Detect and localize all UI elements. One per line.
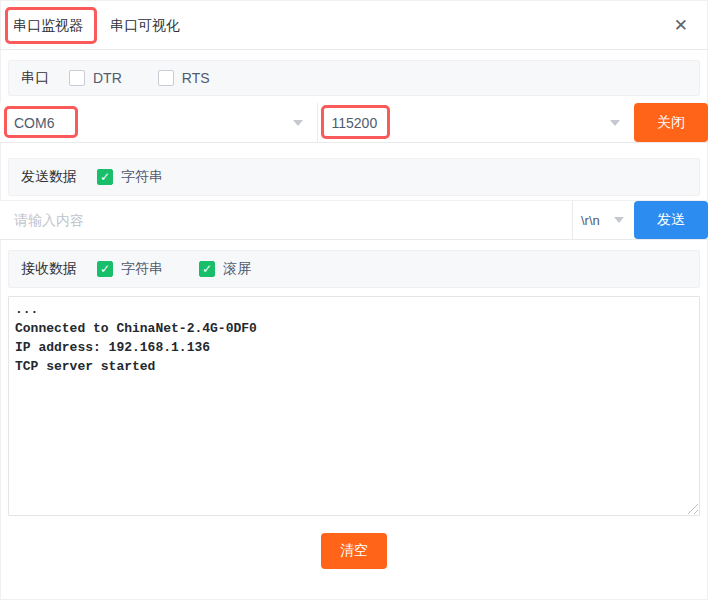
- chevron-down-icon: [614, 217, 624, 223]
- serial-output-area[interactable]: ... Connected to ChinaNet-2.4G-0DF0 IP a…: [8, 296, 700, 516]
- tab-serial-visualization[interactable]: 串口可视化: [110, 0, 180, 50]
- checkbox-send-string[interactable]: 字符串: [97, 168, 163, 186]
- console-line: ...: [15, 300, 693, 319]
- checkbox-receive-string[interactable]: 字符串: [97, 260, 163, 278]
- port-select[interactable]: COM6: [0, 103, 318, 142]
- checkbox-autoscroll[interactable]: 滚屏: [199, 260, 251, 278]
- serial-section-label: 串口: [21, 69, 49, 87]
- chevron-down-icon: [293, 120, 303, 126]
- close-icon[interactable]: ✕: [670, 0, 692, 50]
- checkbox-rts-label: RTS: [182, 70, 210, 86]
- checkbox-dtr-label: DTR: [93, 70, 122, 86]
- clear-button[interactable]: 清空: [321, 533, 387, 569]
- dialog-body: 串口 DTR RTS COM6 115200 关闭 发送数据 字符串: [0, 60, 708, 569]
- checkbox-rts[interactable]: RTS: [158, 70, 210, 86]
- port-select-value: COM6: [14, 115, 54, 131]
- line-ending-select[interactable]: \r\n: [572, 201, 634, 239]
- checkbox-autoscroll-label: 滚屏: [223, 260, 251, 278]
- console-line: IP address: 192.168.1.136: [15, 338, 693, 357]
- checkbox-receive-string-label: 字符串: [121, 260, 163, 278]
- checkbox-checked-icon: [97, 169, 113, 185]
- send-button[interactable]: 发送: [634, 201, 708, 239]
- checkbox-box-icon: [69, 70, 85, 86]
- checkbox-checked-icon: [199, 261, 215, 277]
- checkbox-checked-icon: [97, 261, 113, 277]
- checkbox-box-icon: [158, 70, 174, 86]
- baud-select-value: 115200: [332, 115, 378, 131]
- chevron-down-icon: [610, 120, 620, 126]
- checkbox-dtr[interactable]: DTR: [69, 70, 122, 86]
- dialog-header: 串口监视器 串口可视化 ✕: [0, 0, 708, 50]
- close-port-button[interactable]: 关闭: [634, 103, 708, 142]
- port-settings-row: COM6 115200 关闭: [0, 103, 708, 143]
- baud-rate-select[interactable]: 115200: [318, 103, 635, 142]
- send-section-label: 发送数据: [21, 168, 77, 186]
- send-data-panel: 发送数据 字符串: [8, 158, 700, 196]
- resize-handle[interactable]: [685, 501, 698, 514]
- send-input[interactable]: [0, 201, 572, 239]
- checkbox-send-string-label: 字符串: [121, 168, 163, 186]
- tab-serial-monitor[interactable]: 串口监视器: [13, 0, 83, 50]
- send-input-row: \r\n 发送: [0, 200, 708, 240]
- serial-options-panel: 串口 DTR RTS: [8, 60, 700, 96]
- receive-section-label: 接收数据: [21, 260, 77, 278]
- console-line: TCP server started: [15, 357, 693, 376]
- receive-data-panel: 接收数据 字符串 滚屏: [8, 250, 700, 288]
- dialog-footer: 清空: [8, 533, 700, 569]
- console-line: Connected to ChinaNet-2.4G-0DF0: [15, 319, 693, 338]
- line-ending-value: \r\n: [581, 213, 600, 228]
